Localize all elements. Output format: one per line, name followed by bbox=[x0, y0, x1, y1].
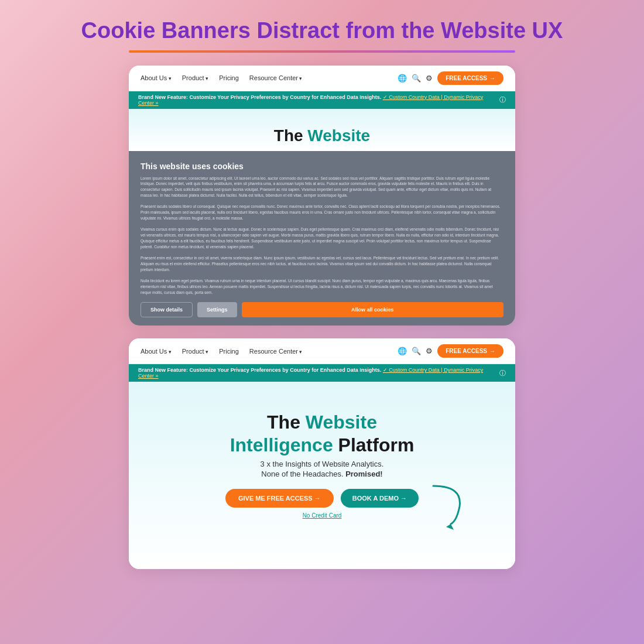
page-title: Cookie Banners Distract from the Website… bbox=[81, 18, 563, 44]
nav-about-2[interactable]: About Us bbox=[141, 348, 172, 355]
teal-banner-strong-2: Brand New Feature: Customize Your Privac… bbox=[138, 367, 381, 373]
cookie-overlay: This website uses cookies Lorem ipsum do… bbox=[129, 151, 515, 326]
settings-icon-2[interactable]: ⚙ bbox=[426, 347, 433, 355]
teal-banner-bottom: Brand New Feature: Customize Your Privac… bbox=[129, 364, 515, 382]
nav-pricing-2[interactable]: Pricing bbox=[219, 348, 239, 355]
nav-product[interactable]: Product bbox=[182, 74, 208, 81]
teal-banner-close-icon-2[interactable]: ⓘ bbox=[499, 369, 506, 378]
hero-plain-2: The bbox=[267, 412, 300, 433]
navbar-bottom: About Us Product Pricing Resource Center… bbox=[129, 338, 515, 364]
nav-resource-2[interactable]: Resource Center bbox=[249, 348, 303, 355]
teal-banner-top: Brand New Feature: Customize Your Privac… bbox=[129, 91, 515, 109]
nav-icons-2: 🌐 🔍 ⚙ bbox=[398, 347, 433, 355]
book-demo-button[interactable]: BOOK A DEMO → bbox=[341, 489, 419, 508]
free-access-arrow: → bbox=[489, 75, 495, 81]
cookie-title: This website uses cookies bbox=[141, 162, 503, 171]
hero-plain: The bbox=[274, 126, 303, 145]
hero-intelligence: Intelligence bbox=[230, 434, 333, 455]
nav-links-2: About Us Product Pricing Resource Center bbox=[141, 348, 303, 355]
nav-links: About Us Product Pricing Resource Center bbox=[141, 74, 303, 81]
allow-all-button[interactable]: Allow all cookies bbox=[242, 302, 503, 317]
hero-title-top: The Website bbox=[141, 126, 503, 145]
cookie-body: Lorem ipsum dolor sit amet, consectetur … bbox=[141, 176, 503, 296]
bottom-card: About Us Product Pricing Resource Center… bbox=[129, 338, 515, 569]
hero-platform: Platform bbox=[338, 434, 415, 455]
give-free-access-button[interactable]: GIVE ME FREE ACCESS → bbox=[225, 489, 334, 508]
arrow-icon bbox=[427, 483, 468, 530]
teal-banner-text-2: Brand New Feature: Customize Your Privac… bbox=[138, 367, 499, 379]
hero-subtitle-2: None of the Headaches. Promised! bbox=[141, 470, 503, 478]
nav-pricing[interactable]: Pricing bbox=[219, 74, 239, 81]
cookie-buttons: Show details Settings Allow all cookies bbox=[141, 302, 503, 317]
free-access-arrow-2: → bbox=[489, 348, 495, 354]
nav-resource[interactable]: Resource Center bbox=[249, 74, 303, 81]
free-access-label: FREE ACCESS bbox=[446, 75, 487, 81]
cta-row: GIVE ME FREE ACCESS → BOOK A DEMO → bbox=[141, 489, 503, 508]
teal-banner-close-icon[interactable]: ⓘ bbox=[499, 95, 506, 104]
gradient-bar bbox=[129, 50, 515, 53]
free-access-button-2[interactable]: FREE ACCESS → bbox=[437, 344, 503, 358]
search-icon[interactable]: 🔍 bbox=[412, 74, 421, 83]
teal-banner-text: Brand New Feature: Customize Your Privac… bbox=[138, 94, 499, 106]
teal-banner-strong: Brand New Feature: Customize Your Privac… bbox=[138, 94, 381, 100]
navbar-top: About Us Product Pricing Resource Center… bbox=[129, 66, 515, 91]
search-icon-2[interactable]: 🔍 bbox=[412, 347, 421, 355]
settings-button[interactable]: Settings bbox=[197, 302, 237, 317]
globe-icon-2[interactable]: 🌐 bbox=[398, 347, 407, 355]
settings-icon[interactable]: ⚙ bbox=[426, 74, 433, 83]
hero-area-bottom: The Website Intelligence Platform 3 x th… bbox=[129, 382, 515, 569]
hero-subtitle-1: 3 x the Insights of Website Analytics. bbox=[141, 460, 503, 468]
nav-product-2[interactable]: Product bbox=[182, 348, 208, 355]
globe-icon[interactable]: 🌐 bbox=[398, 74, 407, 83]
subtitle-regular: None of the Headaches. bbox=[261, 470, 343, 478]
hero-title-bottom: The Website Intelligence Platform bbox=[141, 411, 503, 456]
free-access-button[interactable]: FREE ACCESS → bbox=[437, 71, 503, 85]
hero-accent: Website bbox=[307, 126, 370, 145]
free-access-label-2: FREE ACCESS bbox=[446, 348, 487, 354]
subtitle-bold: Promised! bbox=[345, 470, 383, 478]
hero-accent-2: Website bbox=[306, 412, 377, 433]
show-details-button[interactable]: Show details bbox=[141, 302, 193, 317]
nav-icons: 🌐 🔍 ⚙ bbox=[398, 74, 433, 83]
svg-marker-0 bbox=[446, 524, 454, 530]
nav-about[interactable]: About Us bbox=[141, 74, 172, 81]
hero-area-top: The Website bbox=[129, 109, 515, 151]
top-card: About Us Product Pricing Resource Center… bbox=[129, 66, 515, 326]
